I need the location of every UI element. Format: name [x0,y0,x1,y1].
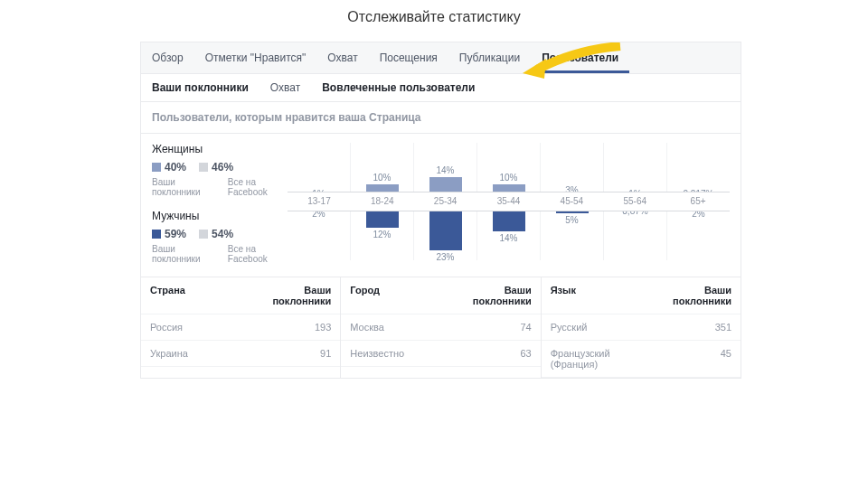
city-table: Город Ваши поклонники Москва 74 Неизвест… [340,277,540,378]
men-all-pct: 54% [212,228,233,240]
lang-val: 45 [641,341,741,377]
country-cell: Россия [141,314,241,340]
city-head-right: Ваши поклонники [441,277,541,314]
age-axis-label: 18-24 [351,192,414,211]
age-axis-label: 35-44 [477,192,541,211]
city-val: 74 [441,314,541,340]
men-bar-label: 23% [436,252,454,262]
city-head: Город [341,277,440,314]
women-all-swatch [199,163,208,172]
country-cell: Украина [141,341,241,366]
lang-val: 351 [641,314,741,340]
men-all-swatch [199,230,208,239]
men-label: Мужчины [152,210,288,222]
insights-panel: Обзор Отметки "Нравится" Охват Посещения… [140,42,741,379]
men-bar-label: 12% [373,230,391,239]
city-val: 63 [441,341,541,366]
main-tabs: Обзор Отметки "Нравится" Охват Посещения… [141,42,741,74]
age-axis-label: 45-54 [540,192,603,211]
men-yours-sublabel: Ваши поклонники [152,244,215,264]
age-gender-chart: 1%2%10%12%14%23%10%14%3%5%1%0,87%0,217%2… [288,143,730,277]
men-bar-label: 5% [565,215,578,225]
women-block: Женщины 40% 46% Ваши поклонники Все на F… [152,143,288,197]
country-table: Страна Ваши поклонники Россия 193 Украин… [141,277,340,378]
men-block: Мужчины 59% 54% Ваши поклонники Все на F… [152,210,288,264]
women-all-pct: 46% [212,161,233,174]
sub-tabs: Ваши поклонники Охват Вовлеченные пользо… [141,74,741,102]
table-row: Неизвестно 63 [341,341,540,367]
tab-reach[interactable]: Охват [316,42,368,73]
lang-head-right: Ваши поклонники [641,277,741,314]
city-cell: Неизвестно [341,341,440,366]
lang-table: Язык Ваши поклонники Русский 351 Француз… [541,277,741,378]
subtab-your-fans[interactable]: Ваши поклонники [141,74,259,101]
section-title: Пользователи, которым нравится ваша Стра… [141,102,741,134]
lang-cell: Русский [542,314,641,340]
country-head: Страна [141,277,241,314]
women-all-sublabel: Все на Facebook [228,177,288,197]
table-row: Русский 351 [542,314,741,341]
lang-head: Язык [542,277,641,314]
slide-title: Отслеживайте статистику [0,0,868,42]
women-yours-pct: 40% [165,161,186,174]
gender-summary: Женщины 40% 46% Ваши поклонники Все на F… [152,143,288,277]
table-row: Москва 74 [341,314,540,341]
tab-posts[interactable]: Публикации [448,42,531,73]
women-bar-label: 10% [373,173,391,183]
tab-overview[interactable]: Обзор [141,42,194,73]
tab-people[interactable]: Пользователи [531,42,629,73]
table-row: Россия 193 [141,314,340,341]
demographics-block: Женщины 40% 46% Ваши поклонники Все на F… [141,134,741,277]
table-row: Французский (Франция) 45 [542,341,741,378]
men-all-sublabel: Все на Facebook [228,244,288,264]
city-cell: Москва [341,314,440,340]
geo-tables: Страна Ваши поклонники Россия 193 Украин… [141,277,741,378]
subtab-reach[interactable]: Охват [259,74,311,101]
country-head-right: Ваши поклонники [241,277,340,314]
tab-visits[interactable]: Посещения [369,42,448,73]
men-yours-pct: 59% [165,228,186,240]
subtab-engaged[interactable]: Вовлеченные пользователи [311,74,486,101]
tab-likes[interactable]: Отметки "Нравится" [194,42,317,73]
age-axis-label: 55-64 [603,192,666,211]
women-yours-sublabel: Ваши поклонники [152,177,215,197]
age-axis-label: 13-17 [288,192,351,211]
men-yours-swatch [152,230,161,239]
country-val: 91 [241,341,340,366]
women-bar-label: 10% [499,173,517,183]
country-val: 193 [241,314,340,340]
age-axis-label: 25-34 [414,192,477,211]
men-bar-label: 14% [499,233,517,243]
women-label: Женщины [152,143,288,155]
lang-cell: Французский (Франция) [542,341,641,377]
table-row: Украина 91 [141,341,340,367]
women-yours-swatch [152,163,161,172]
age-axis-label: 65+ [666,192,730,211]
women-bar-label: 14% [436,165,454,175]
